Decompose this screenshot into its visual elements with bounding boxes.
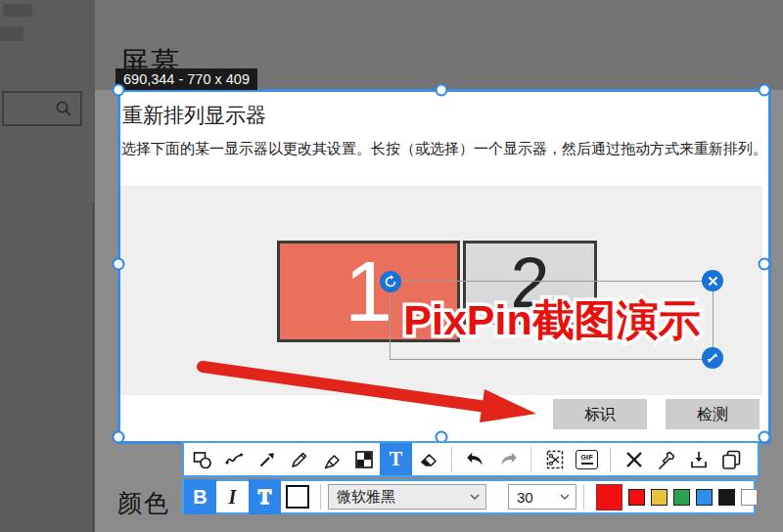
outline-color-swatch bbox=[286, 485, 309, 509]
resize-icon bbox=[707, 352, 718, 364]
color-section-heading: 颜色 bbox=[117, 487, 170, 519]
sidebar-chip bbox=[3, 4, 32, 17]
cancel-button[interactable] bbox=[618, 445, 650, 473]
chevron-down-icon bbox=[470, 494, 480, 500]
rearrange-displays-heading: 重新排列显示器 bbox=[122, 102, 266, 129]
close-icon bbox=[708, 276, 718, 287]
annotation-text[interactable]: PixPin截图演示 bbox=[390, 292, 714, 349]
copy-button[interactable] bbox=[714, 445, 747, 473]
selection-handle-top-right[interactable] bbox=[759, 84, 771, 97]
selection-handle-top-left[interactable] bbox=[113, 84, 125, 97]
color-swatch-red[interactable] bbox=[628, 489, 645, 506]
save-button[interactable] bbox=[682, 445, 714, 473]
selection-handle-bottom-left[interactable] bbox=[113, 431, 125, 444]
text-outline-toggle[interactable]: T bbox=[249, 479, 281, 514]
selection-handle-left-mid[interactable] bbox=[113, 258, 125, 271]
arrow-tool-button[interactable] bbox=[251, 445, 283, 473]
redo-button[interactable] bbox=[491, 445, 524, 473]
identify-button[interactable]: 标识 bbox=[553, 399, 647, 429]
shape-icon bbox=[191, 448, 214, 471]
font-size-select[interactable]: 30 bbox=[508, 484, 576, 510]
sidebar-divider bbox=[92, 202, 94, 532]
toolbar-separator bbox=[530, 447, 531, 472]
chevron-down-icon bbox=[560, 494, 570, 500]
gif-icon: GIF bbox=[576, 450, 598, 469]
pencil-tool-button[interactable] bbox=[283, 445, 315, 473]
scroll-capture-button[interactable] bbox=[538, 445, 571, 473]
toolbar-separator bbox=[451, 447, 452, 472]
text-tool-button[interactable]: T bbox=[380, 443, 412, 475]
settings-search-input[interactable] bbox=[2, 91, 82, 126]
color-swatch-yellow[interactable] bbox=[651, 489, 668, 506]
resize-annotation-handle[interactable] bbox=[702, 347, 723, 369]
italic-toggle[interactable]: I bbox=[216, 479, 249, 514]
selection-size-tooltip: 690,344 - 770 x 409 bbox=[115, 68, 257, 90]
pin-button[interactable] bbox=[650, 445, 682, 473]
current-color-swatch[interactable] bbox=[596, 484, 622, 510]
color-swatch-blue[interactable] bbox=[696, 489, 713, 506]
undo-button[interactable] bbox=[459, 445, 491, 473]
eraser-tool-button[interactable] bbox=[412, 445, 444, 473]
text-tool-label: T bbox=[390, 448, 402, 470]
selection-handle-top-mid[interactable] bbox=[436, 84, 448, 97]
mosaic-tool-button[interactable] bbox=[347, 445, 380, 473]
pixpin-capture-screen: 屏幕 颜色 重新排列显示器 选择下面的某一显示器以更改其设置。长按（或选择）一个… bbox=[0, 0, 783, 532]
font-family-value: 微软雅黑 bbox=[337, 488, 395, 507]
toolbar-separator bbox=[583, 484, 584, 510]
selection-handle-right-mid[interactable] bbox=[759, 258, 771, 271]
delete-annotation-button[interactable] bbox=[702, 270, 723, 291]
text-format-toolbar: B I T 微软雅黑 30 bbox=[182, 479, 756, 514]
shape-tool-button[interactable] bbox=[186, 445, 218, 473]
freehand-curve-tool-button[interactable] bbox=[218, 445, 251, 473]
color-swatch-green[interactable] bbox=[673, 489, 690, 506]
capture-selection-region[interactable]: 重新排列显示器 选择下面的某一显示器以更改其设置。长按（或选择）一个显示器，然后… bbox=[117, 89, 771, 444]
toolbar-separator bbox=[320, 484, 321, 510]
detect-button[interactable]: 检测 bbox=[666, 399, 760, 429]
font-size-value: 30 bbox=[517, 489, 533, 506]
annotation-toolbar: T GIF bbox=[182, 441, 760, 477]
sidebar-chip bbox=[0, 26, 23, 41]
color-swatch-black[interactable] bbox=[718, 489, 735, 506]
rotate-icon bbox=[384, 275, 397, 288]
gif-record-button[interactable]: GIF bbox=[571, 445, 603, 473]
color-swatch-white[interactable] bbox=[741, 489, 758, 506]
toolbar-separator bbox=[610, 447, 611, 472]
search-icon bbox=[53, 98, 74, 119]
font-family-select[interactable]: 微软雅黑 bbox=[328, 484, 486, 510]
rotate-handle[interactable] bbox=[380, 271, 401, 292]
settings-sidebar bbox=[0, 0, 95, 532]
selection-handle-bottom-right[interactable] bbox=[759, 431, 771, 444]
bold-toggle[interactable]: B bbox=[184, 479, 216, 514]
rearrange-displays-description: 选择下面的某一显示器以更改其设置。长按（或选择）一个显示器，然后通过拖动方式来重… bbox=[121, 140, 767, 158]
highlighter-tool-button[interactable] bbox=[315, 445, 347, 473]
outline-color-picker[interactable] bbox=[281, 479, 313, 514]
